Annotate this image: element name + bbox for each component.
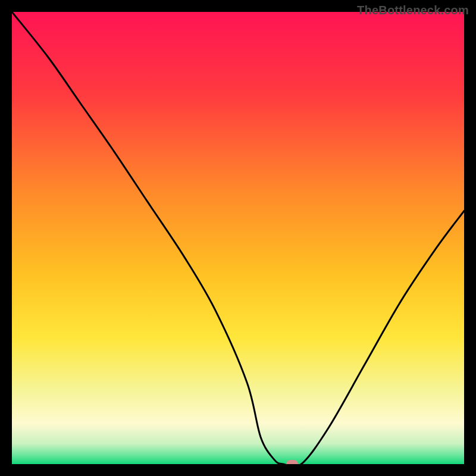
optimal-marker <box>286 460 298 464</box>
watermark-text: TheBottleneck.com <box>357 4 469 17</box>
bottleneck-curve <box>12 12 464 464</box>
chart-container: TheBottleneck.com <box>0 0 476 476</box>
plot-area <box>12 12 464 464</box>
curve-layer <box>12 12 464 464</box>
